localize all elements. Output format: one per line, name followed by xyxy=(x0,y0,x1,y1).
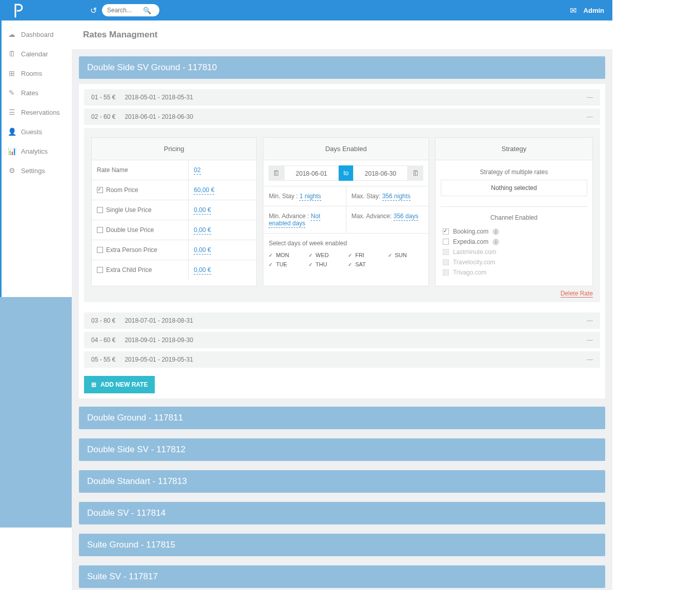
max-adv-value[interactable]: 356 days xyxy=(394,213,419,221)
rates-card: 01 - 55 € 2018-05-01 - 2018-05-31 — 02 -… xyxy=(79,84,605,398)
date-from-input[interactable]: 2018-06-01 xyxy=(284,165,339,181)
sidebar-item-rooms[interactable]: ⊞Rooms xyxy=(2,64,72,83)
price-label: Room Price xyxy=(92,180,188,200)
weekday-fri[interactable]: FRI xyxy=(348,252,383,258)
price-checkbox[interactable] xyxy=(97,207,103,213)
to-separator: to xyxy=(339,165,353,181)
sidebar-item-analytics[interactable]: 📊Analytics xyxy=(2,141,72,161)
check-icon xyxy=(348,252,352,258)
sidebar-item-label: Dashboard xyxy=(21,31,54,38)
search-input[interactable] xyxy=(107,7,143,14)
channel-checkbox[interactable] xyxy=(443,228,449,235)
min-adv-cell: Min. Advance : Not enabled days xyxy=(263,206,346,233)
delete-rate-link[interactable]: Delete Rate xyxy=(561,290,593,298)
roomtype-header-4[interactable]: Double SV - 117814 xyxy=(79,502,605,524)
price-checkbox[interactable] xyxy=(97,247,103,253)
price-value[interactable]: 60,00 € xyxy=(194,186,214,195)
sidebar-item-dashboard[interactable]: ☁Dashboard xyxy=(2,25,72,44)
weekdays-label: Select days of week enabled xyxy=(269,240,423,247)
check-icon xyxy=(269,252,273,258)
rate-range: 2018-07-01 - 2018-08-31 xyxy=(125,317,193,324)
collapse-icon: — xyxy=(587,94,593,101)
calendar-icon[interactable]: 🗓 xyxy=(269,165,284,181)
weekday-mon[interactable]: MON xyxy=(269,252,304,258)
add-new-rate-button[interactable]: ⊞ ADD NEW RATE xyxy=(84,376,155,393)
price-value[interactable]: 0,00 € xyxy=(194,226,211,235)
rate-range: 2018-09-01 - 2018-09-30 xyxy=(125,336,193,344)
sidebar-item-label: Rates xyxy=(21,89,38,97)
sidebar-item-reservations[interactable]: ☰Reservations xyxy=(2,102,72,122)
sidebar: ☁Dashboard🗓Calendar⊞Rooms✎Rates☰Reservat… xyxy=(0,20,72,297)
check-icon xyxy=(308,252,313,258)
sidebar-item-label: Analytics xyxy=(21,148,48,155)
weekday-thu[interactable]: THU xyxy=(308,261,344,267)
sidebar-item-calendar[interactable]: 🗓Calendar xyxy=(2,44,72,64)
sidebar-item-settings[interactable]: ⚙Settings xyxy=(2,161,72,180)
strategy-select[interactable]: Nothing selected xyxy=(441,180,587,196)
calendar-icon[interactable]: 🗓 xyxy=(408,165,423,181)
rate-row-01[interactable]: 01 - 55 € 2018-05-01 - 2018-05-31 — xyxy=(84,89,600,106)
sidebar-icon: 👤 xyxy=(8,128,16,136)
check-icon xyxy=(269,261,273,267)
channel-checkbox xyxy=(443,269,449,276)
rate-row-04[interactable]: 04 - 60 € 2018-09-01 - 2018-09-30 — xyxy=(84,332,600,348)
sidebar-icon: ⊞ xyxy=(8,69,16,77)
channel-checkbox[interactable] xyxy=(443,239,449,245)
price-label: Single Use Price xyxy=(92,200,188,220)
mail-icon[interactable]: ✉ xyxy=(570,6,577,15)
price-value[interactable]: 0,00 € xyxy=(194,266,211,275)
weekday-sun[interactable]: SUN xyxy=(388,252,423,258)
collapse-icon: — xyxy=(587,113,593,120)
price-checkbox[interactable] xyxy=(97,187,103,193)
date-to-input[interactable]: 2018-06-30 xyxy=(353,165,408,181)
rate-id: 03 - 80 € xyxy=(91,317,115,324)
weekday-wed[interactable]: WED xyxy=(308,252,344,258)
max-stay-value[interactable]: 356 nights xyxy=(382,193,410,201)
days-panel: Days Enabled 🗓 2018-06-01 to 2018-06-30 … xyxy=(263,137,428,286)
strategy-panel: Strategy Strategy of multiple rates Noth… xyxy=(435,137,593,286)
weekday-tue[interactable]: TUE xyxy=(269,261,304,267)
app-header: ↺ 🔍 ✉ Admin xyxy=(0,0,612,20)
price-checkbox[interactable] xyxy=(97,267,103,273)
sidebar-accent xyxy=(0,297,72,528)
price-value[interactable]: 0,00 € xyxy=(194,246,211,255)
logo xyxy=(8,0,29,20)
rate-id: 05 - 55 € xyxy=(91,356,115,363)
rate-id: 01 - 55 € xyxy=(91,94,115,101)
rate-row-02[interactable]: 02 - 60 € 2018-06-01 - 2018-06-30 — xyxy=(84,109,600,125)
user-label[interactable]: Admin xyxy=(584,7,604,14)
channel-expediacom[interactable]: Expedia.com i xyxy=(441,237,587,247)
price-value[interactable]: 02 xyxy=(194,166,200,175)
roomtype-header-3[interactable]: Double Standart - 117813 xyxy=(79,470,605,493)
sidebar-item-label: Settings xyxy=(21,167,45,175)
channel-bookingcom[interactable]: Booking.com i xyxy=(441,226,587,237)
weekday-sat[interactable]: SAT xyxy=(348,261,383,267)
back-icon[interactable]: ↺ xyxy=(90,6,97,15)
roomtype-header-0[interactable]: Double Side SV Ground - 117810 xyxy=(79,56,605,79)
sidebar-icon: ⚙ xyxy=(8,166,16,175)
rate-row-05[interactable]: 05 - 55 € 2019-05-01 - 2019-05-31 — xyxy=(84,351,600,368)
price-checkbox[interactable] xyxy=(97,227,103,233)
sidebar-item-guests[interactable]: 👤Guests xyxy=(2,122,72,141)
search-icon[interactable]: 🔍 xyxy=(143,7,151,14)
roomtype-header-1[interactable]: Double Ground - 117811 xyxy=(79,407,605,429)
sidebar-icon: 🗓 xyxy=(8,50,16,58)
min-stay-value[interactable]: 1 nights xyxy=(299,193,321,201)
info-icon[interactable]: i xyxy=(492,228,499,235)
sidebar-item-label: Rooms xyxy=(21,70,42,77)
info-icon[interactable]: i xyxy=(492,239,499,245)
channel-travelocitycom: Travelocity.com xyxy=(441,257,587,267)
search-box[interactable]: 🔍 xyxy=(102,4,159,16)
sidebar-item-label: Guests xyxy=(21,128,42,136)
roomtype-header-5[interactable]: Suite Ground - 117815 xyxy=(79,534,605,556)
check-icon xyxy=(388,252,392,258)
rate-row-03[interactable]: 03 - 80 € 2018-07-01 - 2018-08-31 — xyxy=(84,312,600,329)
roomtype-header-2[interactable]: Double Side SV - 117812 xyxy=(79,438,605,461)
sidebar-item-rates[interactable]: ✎Rates xyxy=(2,83,72,102)
strategy-label: Strategy of multiple rates xyxy=(441,168,587,176)
page-title: Rates Managment xyxy=(83,20,612,49)
roomtype-header-6[interactable]: Suite SV - 117817 xyxy=(79,565,605,588)
channel-trivagocom: Trivago.com xyxy=(441,267,587,278)
price-value[interactable]: 0,00 € xyxy=(194,206,211,215)
channel-label: Channel Enabled xyxy=(441,214,587,221)
